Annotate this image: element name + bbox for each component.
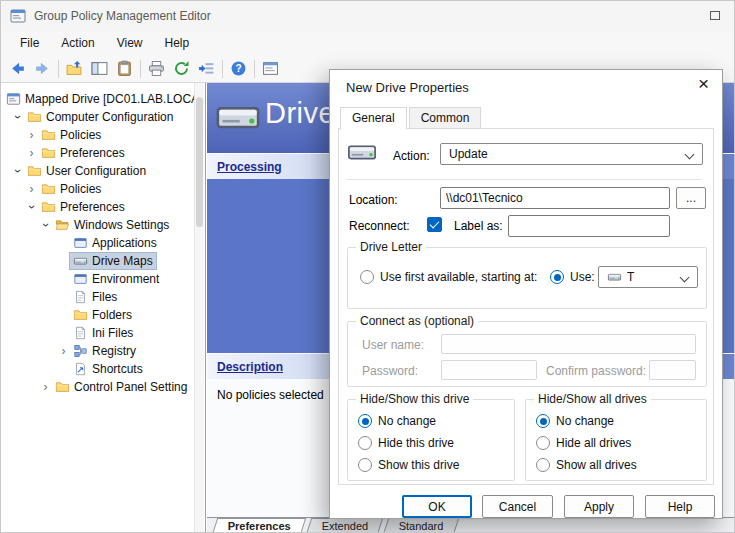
hide-this-drive-option[interactable]: Hide this drive bbox=[358, 436, 454, 450]
tree-item-ini-files[interactable]: Ini Files bbox=[1, 324, 205, 342]
menu-action[interactable]: Action bbox=[50, 33, 105, 53]
pane-title: Drive bbox=[265, 97, 335, 130]
title-bar: Group Policy Management Editor bbox=[1, 1, 734, 31]
show-window-button[interactable] bbox=[258, 57, 283, 81]
drive-letter-value: T bbox=[627, 270, 634, 284]
show-this-drive-option[interactable]: Show this drive bbox=[358, 458, 459, 472]
panes-icon bbox=[91, 60, 108, 77]
forward-button[interactable] bbox=[30, 57, 55, 81]
connect-as-group: Connect as (optional) User name: Passwor… bbox=[347, 321, 707, 387]
ok-button[interactable]: OK bbox=[402, 495, 472, 518]
chevron-collapsed-icon[interactable] bbox=[39, 381, 52, 393]
menu-help[interactable]: Help bbox=[154, 33, 201, 53]
tree-item-policies-user[interactable]: Policies bbox=[1, 180, 205, 198]
properties-button[interactable] bbox=[112, 57, 137, 81]
tree-item-control-panel-settings[interactable]: Control Panel Setting bbox=[1, 378, 205, 396]
maximize-button[interactable] bbox=[710, 11, 720, 20]
password-label: Password: bbox=[362, 364, 418, 378]
tree-item-computer-configuration[interactable]: Computer Configuration bbox=[1, 108, 205, 126]
tree-item-folders[interactable]: Folders bbox=[1, 306, 205, 324]
tree-item-shortcuts[interactable]: Shortcuts bbox=[1, 360, 205, 378]
use-option[interactable]: Use: bbox=[550, 270, 595, 284]
tree-item-user-configuration[interactable]: User Configuration bbox=[1, 162, 205, 180]
up-folder-icon bbox=[66, 60, 83, 77]
shortcuts-icon bbox=[73, 362, 88, 376]
radio-unselected-icon[interactable] bbox=[358, 436, 372, 450]
tree-item-windows-settings[interactable]: Windows Settings bbox=[1, 216, 205, 234]
drive-icon bbox=[215, 94, 261, 140]
tree-item-policies[interactable]: Policies bbox=[1, 126, 205, 144]
back-button[interactable] bbox=[5, 57, 30, 81]
apply-button[interactable]: Apply bbox=[564, 495, 634, 518]
description-link[interactable]: Description bbox=[217, 360, 283, 374]
tree-item-applications[interactable]: Applications bbox=[1, 234, 205, 252]
chevron-collapsed-icon[interactable] bbox=[25, 129, 38, 141]
password-input[interactable] bbox=[441, 360, 537, 380]
tab-extended[interactable]: Extended bbox=[307, 518, 384, 532]
label-as-input[interactable] bbox=[508, 215, 670, 237]
hide-show-all-drives-group: Hide/Show all drives No change Hide all … bbox=[525, 399, 707, 481]
chevron-collapsed-icon[interactable] bbox=[25, 183, 38, 195]
scrollbar-thumb[interactable] bbox=[196, 97, 203, 227]
user-name-input[interactable] bbox=[441, 334, 696, 354]
help-button[interactable]: Help bbox=[645, 495, 715, 518]
browse-button[interactable]: ... bbox=[676, 187, 706, 209]
drive-letter-dropdown[interactable]: T bbox=[598, 266, 698, 288]
all-no-change-option[interactable]: No change bbox=[536, 414, 614, 428]
radio-selected-icon[interactable] bbox=[358, 414, 372, 428]
chevron-expanded-icon[interactable] bbox=[25, 201, 38, 213]
menu-view[interactable]: View bbox=[106, 33, 154, 53]
refresh-button[interactable] bbox=[169, 57, 194, 81]
radio-selected-icon[interactable] bbox=[536, 414, 550, 428]
tree-item-environment[interactable]: Environment bbox=[1, 270, 205, 288]
export-list-button[interactable] bbox=[194, 57, 219, 81]
reconnect-checkbox[interactable] bbox=[427, 217, 442, 232]
tab-preferences[interactable]: Preferences bbox=[213, 518, 307, 532]
action-dropdown[interactable]: Update bbox=[440, 143, 703, 165]
tree-item-drive-maps[interactable]: Drive Maps bbox=[1, 252, 205, 270]
radio-unselected-icon[interactable] bbox=[536, 458, 550, 472]
tree-scrollbar[interactable] bbox=[194, 83, 204, 532]
chevron-expanded-icon[interactable] bbox=[11, 165, 24, 177]
dialog-tabs: General Common bbox=[340, 107, 483, 129]
chevron-expanded-icon[interactable] bbox=[11, 111, 24, 123]
up-one-level-button[interactable] bbox=[62, 57, 87, 81]
radio-unselected-icon[interactable] bbox=[360, 270, 374, 284]
registry-icon bbox=[73, 344, 88, 358]
clipboard-icon bbox=[116, 60, 133, 77]
result-tabs-bar: Preferences Extended Standard bbox=[207, 517, 734, 532]
applications-icon bbox=[73, 236, 88, 250]
tree-item-root[interactable]: Mapped Drive [DC01.LAB.LOCA bbox=[1, 90, 205, 108]
tab-general[interactable]: General bbox=[340, 107, 407, 130]
radio-selected-icon[interactable] bbox=[550, 270, 564, 284]
menu-file[interactable]: File bbox=[9, 33, 50, 53]
location-input[interactable] bbox=[440, 187, 670, 209]
help-button[interactable] bbox=[226, 57, 251, 81]
tab-common[interactable]: Common bbox=[409, 107, 482, 129]
chevron-expanded-icon[interactable] bbox=[39, 219, 52, 231]
show-console-tree-button[interactable] bbox=[87, 57, 112, 81]
folders-icon bbox=[73, 308, 88, 322]
tree-item-preferences-user[interactable]: Preferences bbox=[1, 198, 205, 216]
label-as-label: Label as: bbox=[454, 219, 503, 233]
new-drive-properties-dialog: New Drive Properties × General Common Ac… bbox=[329, 69, 723, 519]
chevron-collapsed-icon[interactable] bbox=[25, 147, 38, 159]
processing-link[interactable]: Processing bbox=[217, 160, 282, 174]
radio-unselected-icon[interactable] bbox=[536, 436, 550, 450]
show-all-drives-option[interactable]: Show all drives bbox=[536, 458, 637, 472]
use-first-available-option[interactable]: Use first available, starting at: bbox=[360, 270, 537, 284]
toolbar-separator bbox=[254, 60, 255, 78]
hide-all-drives-option[interactable]: Hide all drives bbox=[536, 436, 631, 450]
radio-unselected-icon[interactable] bbox=[358, 458, 372, 472]
folder-icon bbox=[41, 128, 56, 142]
print-button[interactable] bbox=[144, 57, 169, 81]
chevron-collapsed-icon[interactable] bbox=[57, 345, 70, 357]
confirm-password-input[interactable] bbox=[649, 360, 696, 380]
tab-standard[interactable]: Standard bbox=[384, 518, 459, 532]
tree-item-preferences[interactable]: Preferences bbox=[1, 144, 205, 162]
close-icon[interactable]: × bbox=[698, 74, 709, 93]
this-no-change-option[interactable]: No change bbox=[358, 414, 436, 428]
tree-item-registry[interactable]: Registry bbox=[1, 342, 205, 360]
tree-item-files[interactable]: Files bbox=[1, 288, 205, 306]
cancel-button[interactable]: Cancel bbox=[482, 495, 553, 518]
